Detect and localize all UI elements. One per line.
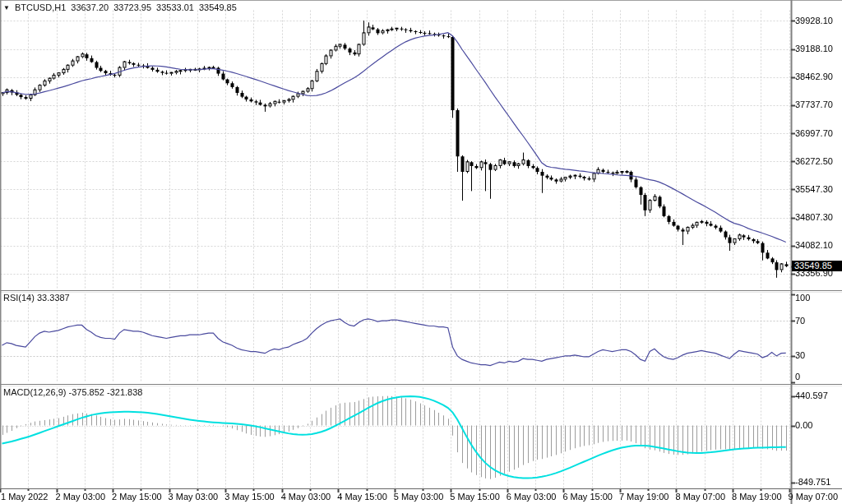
price-axis-label: 34807.30	[795, 212, 833, 222]
rsi-axis-label: 70	[795, 316, 805, 326]
chart-canvas[interactable]	[0, 0, 842, 504]
price-axis-label: 36272.50	[795, 156, 833, 166]
time-axis-label: 7 May 19:00	[619, 492, 669, 502]
time-axis-label: 4 May 15:00	[337, 492, 387, 502]
rsi-pane-header: RSI(14) 33.3387	[3, 293, 70, 303]
symbol-dropdown-icon[interactable]: ▼	[3, 3, 10, 12]
ohlc-open: 33637.20	[71, 2, 109, 12]
ohlc-low: 33533.01	[156, 2, 194, 12]
macd-pane-header: MACD(12,26,9) -375.852 -321.838	[3, 387, 142, 397]
current-price-tag: 33549.85	[792, 261, 842, 271]
time-axis-label: 8 May 19:00	[732, 492, 782, 502]
symbol-period-label: BTCUSD,H1	[15, 2, 66, 12]
time-axis-label: 1 May 2022	[1, 492, 48, 502]
macd-axis-label: 440.597	[795, 391, 828, 400]
ohlc-close: 33549.85	[199, 2, 237, 12]
price-axis-label: 39928.10	[795, 16, 833, 25]
time-axis-label: 3 May 15:00	[224, 492, 275, 502]
time-axis-label: 5 May 15:00	[450, 492, 500, 502]
time-axis-label: 4 May 03:00	[281, 492, 331, 502]
rsi-axis-label: 0	[795, 372, 800, 381]
macd-indicator-label: MACD(12,26,9)	[3, 387, 66, 397]
price-axis-label: 38462.90	[795, 72, 833, 81]
rsi-indicator-label: RSI(14)	[3, 293, 35, 303]
price-axis-label: 34082.10	[795, 240, 833, 250]
price-axis-label: 35547.30	[795, 184, 833, 194]
price-axis-label: 37737.70	[795, 99, 833, 109]
time-axis-label: 3 May 03:00	[169, 492, 219, 502]
time-axis-label: 6 May 15:00	[562, 492, 613, 502]
macd-main-value: -375.852	[68, 387, 104, 397]
trading-chart-window: ▼ BTCUSD,H1 33637.20 33723.95 33533.01 3…	[0, 0, 842, 504]
macd-signal-value: -321.838	[107, 387, 142, 397]
rsi-indicator-value: 33.3387	[37, 293, 70, 303]
time-axis-label: 5 May 03:00	[394, 492, 444, 502]
time-axis-label: 9 May 07:00	[789, 492, 839, 502]
price-axis-label: 39188.10	[795, 44, 833, 53]
price-axis-label: 36997.70	[795, 128, 833, 138]
rsi-axis-label: 30	[795, 350, 805, 360]
ohlc-high: 33723.95	[113, 2, 151, 12]
rsi-axis-label: 100	[795, 293, 810, 303]
time-axis-label: 8 May 07:00	[675, 492, 725, 502]
macd-axis-label: -849.751	[795, 477, 830, 487]
chart-header: ▼ BTCUSD,H1 33637.20 33723.95 33533.01 3…	[3, 2, 237, 12]
time-axis-label: 2 May 03:00	[56, 492, 106, 502]
macd-axis-label: 0.00	[795, 420, 812, 430]
time-axis-label: 2 May 15:00	[112, 492, 162, 502]
time-axis-label: 6 May 03:00	[507, 492, 557, 502]
